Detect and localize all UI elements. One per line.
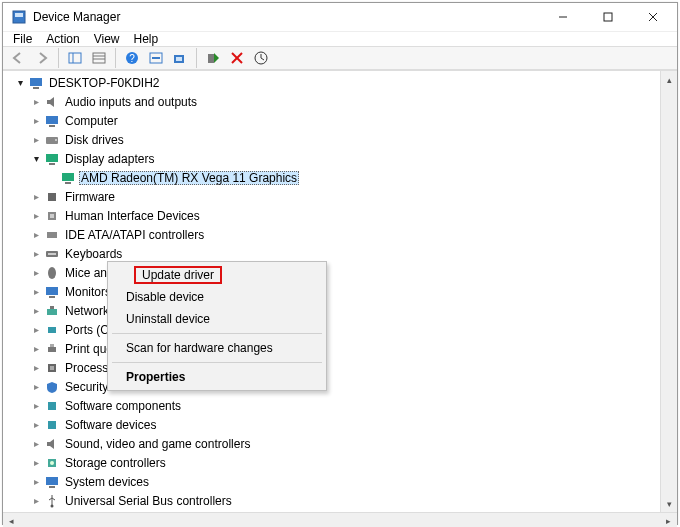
cpu-icon: [44, 360, 60, 376]
minimize-button[interactable]: [540, 3, 585, 31]
menu-action[interactable]: Action: [46, 32, 79, 46]
svg-rect-23: [46, 116, 58, 124]
back-button[interactable]: [7, 47, 29, 69]
ctx-uninstall-device[interactable]: Uninstall device: [110, 308, 324, 330]
expand-icon[interactable]: [29, 457, 43, 468]
vertical-scrollbar[interactable]: ▴ ▾: [660, 71, 677, 512]
tree-category[interactable]: Disk drives: [5, 130, 660, 149]
update-driver-button[interactable]: [250, 47, 272, 69]
ctx-disable-device[interactable]: Disable device: [110, 286, 324, 308]
expand-icon[interactable]: [29, 248, 43, 259]
tree-category[interactable]: Firmware: [5, 187, 660, 206]
toolbar-separator: [58, 48, 59, 68]
tree-category[interactable]: Human Interface Devices: [5, 206, 660, 225]
expand-icon[interactable]: [29, 419, 43, 430]
scroll-left-button[interactable]: ◂: [3, 513, 20, 528]
device-tree[interactable]: DESKTOP-F0KDIH2 Audio inputs and outputs…: [3, 71, 660, 512]
port-icon: [44, 322, 60, 338]
tree-category[interactable]: Security devices: [5, 377, 660, 396]
svg-rect-1: [15, 13, 23, 17]
tree-category[interactable]: Computer: [5, 111, 660, 130]
device-label: AMD Radeon(TM) RX Vega 11 Graphics: [79, 171, 299, 185]
category-label: Human Interface Devices: [63, 209, 202, 223]
tree-category[interactable]: Monitors: [5, 282, 660, 301]
action-button[interactable]: [145, 47, 167, 69]
expand-icon[interactable]: [29, 191, 43, 202]
forward-button[interactable]: [31, 47, 53, 69]
expand-icon[interactable]: [29, 343, 43, 354]
expand-icon[interactable]: [29, 400, 43, 411]
expand-icon[interactable]: [29, 476, 43, 487]
properties-button[interactable]: [88, 47, 110, 69]
expand-icon[interactable]: [29, 153, 43, 164]
menu-help[interactable]: Help: [134, 32, 159, 46]
expand-icon[interactable]: [29, 134, 43, 145]
scroll-up-button[interactable]: ▴: [661, 71, 678, 88]
expand-icon[interactable]: [29, 210, 43, 221]
tree-category[interactable]: Print queues: [5, 339, 660, 358]
scroll-down-button[interactable]: ▾: [661, 495, 678, 512]
ctx-separator: [112, 362, 322, 363]
expand-icon[interactable]: [29, 438, 43, 449]
expand-icon[interactable]: [29, 495, 43, 506]
tree-category[interactable]: Audio inputs and outputs: [5, 92, 660, 111]
tree-category[interactable]: Processors: [5, 358, 660, 377]
ctx-properties[interactable]: Properties: [110, 366, 324, 388]
tree-root[interactable]: DESKTOP-F0KDIH2: [5, 73, 660, 92]
ctx-update-driver[interactable]: Update driver: [110, 264, 324, 286]
menu-view[interactable]: View: [94, 32, 120, 46]
enable-device-button[interactable]: [202, 47, 224, 69]
scroll-right-button[interactable]: ▸: [660, 513, 677, 528]
category-label: Monitors: [63, 285, 113, 299]
computer-icon: [44, 113, 60, 129]
tree-category[interactable]: Universal Serial Bus controllers: [5, 491, 660, 510]
tree-device-selected[interactable]: AMD Radeon(TM) RX Vega 11 Graphics: [5, 168, 660, 187]
svg-rect-43: [48, 347, 56, 352]
expand-icon[interactable]: [29, 96, 43, 107]
network-icon: [44, 303, 60, 319]
ctx-label: Update driver: [134, 266, 222, 284]
svg-rect-36: [48, 253, 56, 255]
tree-category[interactable]: Keyboards: [5, 244, 660, 263]
svg-rect-39: [49, 296, 55, 298]
expand-icon[interactable]: [29, 324, 43, 335]
svg-rect-41: [50, 306, 54, 309]
tree-category[interactable]: Network adapters: [5, 301, 660, 320]
software-icon: [44, 417, 60, 433]
tree-category[interactable]: IDE ATA/ATAPI controllers: [5, 225, 660, 244]
ctx-scan-hardware[interactable]: Scan for hardware changes: [110, 337, 324, 359]
expand-icon[interactable]: [29, 362, 43, 373]
svg-point-50: [50, 461, 54, 465]
uninstall-button[interactable]: [226, 47, 248, 69]
content-area: DESKTOP-F0KDIH2 Audio inputs and outputs…: [3, 70, 677, 512]
maximize-button[interactable]: [585, 3, 630, 31]
tree-category[interactable]: Ports (COM & LPT): [5, 320, 660, 339]
tree-category-display-adapters[interactable]: Display adapters: [5, 149, 660, 168]
scan-hardware-button[interactable]: [169, 47, 191, 69]
expand-icon[interactable]: [29, 305, 43, 316]
expand-icon[interactable]: [29, 267, 43, 278]
svg-rect-33: [50, 214, 54, 218]
menu-file[interactable]: File: [13, 32, 32, 46]
show-hide-console-tree-button[interactable]: [64, 47, 86, 69]
close-button[interactable]: [630, 3, 675, 31]
toolbar: ?: [3, 46, 677, 70]
horizontal-scrollbar[interactable]: ◂ ▸: [3, 512, 677, 527]
tree-category[interactable]: Sound, video and game controllers: [5, 434, 660, 453]
tree-category[interactable]: Storage controllers: [5, 453, 660, 472]
expand-icon[interactable]: [29, 229, 43, 240]
svg-rect-6: [69, 53, 81, 63]
expand-icon[interactable]: [29, 381, 43, 392]
tree-category[interactable]: Mice and other pointing devices: [5, 263, 660, 282]
expand-icon[interactable]: [29, 115, 43, 126]
category-label: Storage controllers: [63, 456, 168, 470]
tree-category[interactable]: Software components: [5, 396, 660, 415]
help-button[interactable]: ?: [121, 47, 143, 69]
expand-icon[interactable]: [29, 286, 43, 297]
svg-rect-17: [208, 54, 214, 63]
tree-category[interactable]: System devices: [5, 472, 660, 491]
root-label: DESKTOP-F0KDIH2: [47, 76, 161, 90]
category-label: Audio inputs and outputs: [63, 95, 199, 109]
tree-category[interactable]: Software devices: [5, 415, 660, 434]
expand-icon[interactable]: [13, 77, 27, 88]
